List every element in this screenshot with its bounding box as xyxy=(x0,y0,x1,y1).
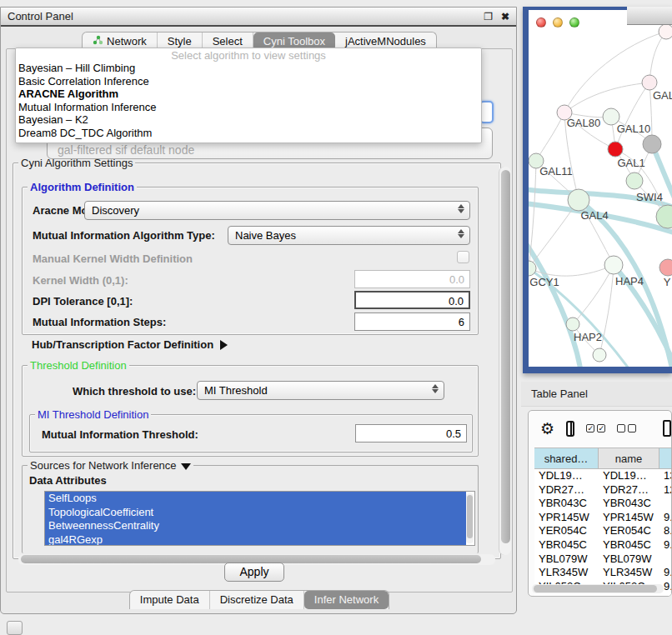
network-node[interactable] xyxy=(659,24,672,39)
table-row[interactable]: YPR145WYPR145W9. xyxy=(534,511,672,525)
close-window-icon[interactable] xyxy=(536,18,546,28)
attribute-list-item[interactable]: gal4RGexp xyxy=(45,533,466,547)
table-cell: YLR345W xyxy=(534,566,599,580)
tab-label: Style xyxy=(168,35,192,48)
sources-group: Sources for Network Inference Data Attri… xyxy=(22,465,479,553)
which-threshold-combo[interactable]: MI Threshold xyxy=(197,381,444,400)
export-table-icon[interactable] xyxy=(663,420,671,437)
dropdown-item[interactable]: Bayesian – K2 xyxy=(16,113,481,127)
dropdown-item[interactable]: ARACNE Algorithm xyxy=(16,88,481,101)
node-table: shared…name YDL19…YDL19…13YDR27…YDR27…12… xyxy=(534,448,672,597)
column-header[interactable] xyxy=(659,448,672,468)
bottom-tab-infer-network[interactable]: Infer Network xyxy=(304,591,389,609)
dropdown-item[interactable]: Bayesian – Hill Climbing xyxy=(16,62,481,75)
bottom-tab-impute-data[interactable]: Impute Data xyxy=(130,591,210,609)
table-cell: YDR27… xyxy=(534,483,599,498)
mi-steps-label: Mutual Information Steps: xyxy=(33,316,166,328)
settings-vertical-scrollbar[interactable] xyxy=(499,167,511,555)
column-header[interactable]: name xyxy=(599,448,659,468)
dropdown-item[interactable]: Dream8 DC_TDC Algorithm xyxy=(16,127,481,140)
float-window-icon[interactable]: ❐ xyxy=(484,12,493,22)
traffic-lights xyxy=(536,18,579,28)
table-cell: 9. xyxy=(659,538,672,552)
network-node-label: GAL10 xyxy=(617,122,650,135)
network-canvas[interactable]: GALGAL80GAL10GAL1GAL11SWI4GAL4GCY1HAP4YH… xyxy=(529,10,672,367)
apply-button[interactable]: Apply xyxy=(224,562,284,582)
expanded-arrow-icon xyxy=(181,463,191,470)
close-icon[interactable]: ✖ xyxy=(501,12,509,22)
list-scrollbar[interactable] xyxy=(466,493,474,543)
sources-title-text: Sources for Network Inference xyxy=(30,459,177,472)
dropdown-item[interactable]: Mutual Information Inference xyxy=(16,101,481,114)
attribute-list-item[interactable]: SelfLoops xyxy=(45,492,466,506)
network-node[interactable] xyxy=(643,135,661,153)
column-header[interactable]: shared… xyxy=(534,448,599,468)
select-all-icon[interactable]: ✓✓ xyxy=(586,424,605,432)
zoom-window-icon[interactable] xyxy=(569,18,579,28)
table-toolbar: ⚙ ✓✓ xyxy=(529,411,671,446)
bottom-tab-discretize-data[interactable]: Discretize Data xyxy=(210,591,304,609)
table-cell xyxy=(659,552,672,567)
control-panel-titlebar[interactable]: Control Panel ❐ ✖ xyxy=(1,8,516,27)
table-row[interactable]: YBR043CYBR043C xyxy=(534,497,672,511)
table-cell: YLR345W xyxy=(599,566,659,580)
tab-label: jActiveMNodules xyxy=(345,35,426,48)
network-node-y[interactable] xyxy=(659,259,672,276)
table-cell: 9. xyxy=(659,566,672,580)
table-cell: YDR27… xyxy=(599,483,659,498)
data-attributes-list[interactable]: SelfLoopsTopologicalCoefficientBetweenne… xyxy=(44,491,475,546)
manual-kernel-checkbox[interactable] xyxy=(457,251,469,263)
combo-spinner-icon xyxy=(458,204,465,213)
network-node-label: HAP2 xyxy=(574,331,602,343)
panel-corner-button[interactable] xyxy=(7,621,23,635)
sources-title[interactable]: Sources for Network Inference xyxy=(28,459,193,472)
table-row[interactable]: YLR345WYLR345W9. xyxy=(534,566,672,580)
combo-spinner-icon xyxy=(458,229,465,238)
table-row[interactable]: YBR045CYBR045C9. xyxy=(534,538,672,552)
screen: Control Panel ❐ ✖ NetworkStyleSelectCyni… xyxy=(0,0,672,635)
dropdown-item[interactable]: Basic Correlation Inference xyxy=(16,75,481,88)
dpi-tolerance-input[interactable]: 0.0 xyxy=(354,291,470,309)
attribute-list-item[interactable]: TopologicalCoefficient xyxy=(45,506,466,520)
gear-icon[interactable]: ⚙ xyxy=(540,421,554,437)
table-row[interactable]: YDR27…YDR27…12 xyxy=(534,483,672,498)
which-threshold-label: Which threshold to use: xyxy=(73,385,196,398)
table-cell: 13 xyxy=(659,469,672,483)
table-row[interactable]: YBL079WYBL079W xyxy=(534,552,672,567)
network-node-gal[interactable] xyxy=(642,75,657,90)
table-cell: 9. xyxy=(659,511,672,525)
aracne-mode-combo[interactable]: Discovery xyxy=(84,201,470,220)
network-icon xyxy=(93,35,103,48)
network-node-label: HAP4 xyxy=(615,275,644,288)
hub-definition-toggle[interactable]: Hub/Transcription Factor Definition xyxy=(32,338,228,351)
table-cell: 8. xyxy=(659,524,672,538)
network-node-swi4[interactable] xyxy=(656,205,672,228)
columns-icon[interactable] xyxy=(566,421,574,437)
network-node-label: SWI4 xyxy=(636,191,663,203)
network-node-label: GAL80 xyxy=(567,117,600,129)
bottom-tab-bar: Impute DataDiscretize DataInfer Network xyxy=(1,589,518,610)
network-node[interactable] xyxy=(608,142,623,157)
dpi-tolerance-label: DPI Tolerance [0,1]: xyxy=(33,295,133,308)
minimize-window-icon[interactable] xyxy=(553,18,563,28)
table-panel-titlebar[interactable]: Table Panel xyxy=(521,382,672,407)
network-node-hap2[interactable] xyxy=(566,318,579,331)
network-node-gal4[interactable] xyxy=(568,189,589,211)
table-row[interactable]: YER054CYER054C8. xyxy=(534,524,672,538)
aracne-mode-value: Discovery xyxy=(92,204,139,217)
table-cell: YBR043C xyxy=(534,497,599,511)
table-cell: YBR043C xyxy=(599,497,659,511)
attribute-list-item[interactable]: BetweennessCentrality xyxy=(45,519,466,533)
network-node-hap4[interactable] xyxy=(604,256,623,274)
network-selector-value: gal-filtered sif default node xyxy=(58,143,194,157)
mi-algorithm-type-combo[interactable]: Naive Bayes xyxy=(228,226,470,245)
network-view-window: GALGAL80GAL10GAL1GAL11SWI4GAL4GCY1HAP4YH… xyxy=(523,7,672,373)
table-row[interactable]: YDL19…YDL19…13 xyxy=(534,469,672,483)
network-node[interactable] xyxy=(593,348,606,362)
kernel-width-input[interactable]: 0.0 xyxy=(354,270,470,288)
network-node-gal1[interactable] xyxy=(626,172,643,189)
table-horizontal-scrollbar[interactable] xyxy=(532,584,664,593)
deselect-all-icon[interactable] xyxy=(617,424,636,432)
mi-threshold-input[interactable]: 0.5 xyxy=(355,424,467,442)
mi-steps-input[interactable]: 6 xyxy=(354,312,470,331)
